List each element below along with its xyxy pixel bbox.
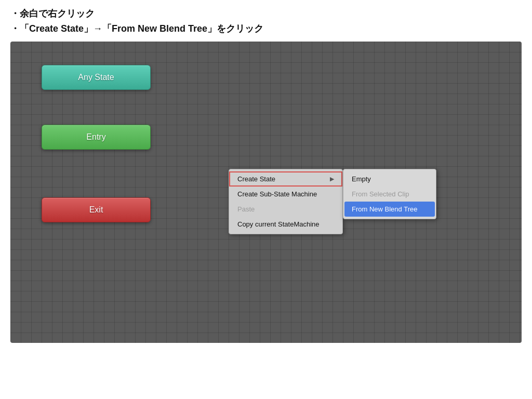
menu-item-paste: Paste	[229, 202, 342, 217]
entry-state-label: Entry	[86, 132, 105, 142]
instruction-line2: ・「Create State」→「From New Blend Tree」をクリ…	[10, 21, 522, 36]
context-submenu: Empty From Selected Clip From New Blend …	[343, 169, 436, 219]
menu-item-paste-label: Paste	[237, 205, 255, 213]
animator-canvas[interactable]: Any State Entry Exit Create State ▶ Crea…	[10, 42, 522, 343]
context-menu: Create State ▶ Create Sub-State Machine …	[229, 169, 436, 234]
any-state-label: Any State	[78, 73, 114, 82]
menu-item-create-sub[interactable]: Create Sub-State Machine	[229, 187, 342, 202]
submenu-item-empty[interactable]: Empty	[343, 171, 436, 187]
instruction-line1: ・余白で右クリック	[10, 6, 522, 21]
submenu-item-from-selected-clip: From Selected Clip	[343, 187, 436, 202]
chevron-right-icon: ▶	[330, 176, 334, 182]
any-state-node[interactable]: Any State	[42, 65, 151, 90]
entry-state-node[interactable]: Entry	[42, 125, 151, 150]
menu-item-create-state-label: Create State	[237, 175, 275, 183]
menu-item-copy-state-machine[interactable]: Copy current StateMachine	[229, 217, 342, 232]
exit-state-label: Exit	[89, 205, 103, 215]
menu-item-create-state[interactable]: Create State ▶	[229, 171, 342, 187]
instructions-panel: ・余白で右クリック ・「Create State」→「From New Blen…	[0, 0, 532, 42]
submenu-item-from-new-blend-tree-label: From New Blend Tree	[352, 205, 417, 213]
menu-item-create-sub-label: Create Sub-State Machine	[237, 190, 317, 198]
menu-item-copy-label: Copy current StateMachine	[237, 220, 320, 228]
submenu-item-from-selected-clip-label: From Selected Clip	[352, 190, 409, 198]
submenu-item-empty-label: Empty	[352, 175, 371, 183]
context-menu-main: Create State ▶ Create Sub-State Machine …	[229, 169, 343, 234]
submenu-item-from-new-blend-tree[interactable]: From New Blend Tree	[344, 202, 435, 217]
exit-state-node[interactable]: Exit	[42, 197, 151, 222]
